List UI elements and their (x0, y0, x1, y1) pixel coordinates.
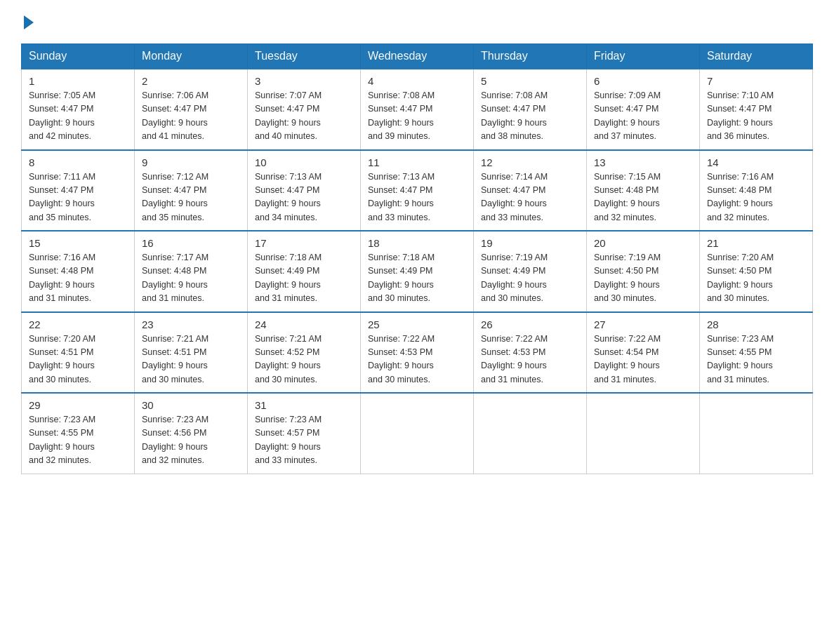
day-info: Sunrise: 7:15 AMSunset: 4:48 PMDaylight:… (594, 170, 692, 225)
day-number: 6 (594, 75, 692, 87)
day-of-week-header: Tuesday (248, 44, 361, 69)
calendar-day-cell: 27Sunrise: 7:22 AMSunset: 4:54 PMDayligh… (587, 312, 700, 394)
day-number: 24 (255, 318, 353, 330)
calendar-day-cell: 31Sunrise: 7:23 AMSunset: 4:57 PMDayligh… (248, 393, 361, 474)
day-info: Sunrise: 7:14 AMSunset: 4:47 PMDaylight:… (481, 170, 579, 225)
logo (21, 14, 35, 29)
day-number: 17 (255, 237, 353, 249)
calendar-day-cell: 24Sunrise: 7:21 AMSunset: 4:52 PMDayligh… (248, 312, 361, 394)
logo-arrow-icon (24, 15, 34, 29)
day-number: 14 (707, 156, 805, 168)
day-info: Sunrise: 7:16 AMSunset: 4:48 PMDaylight:… (707, 170, 805, 225)
calendar-day-cell: 1Sunrise: 7:05 AMSunset: 4:47 PMDaylight… (22, 69, 135, 150)
day-info: Sunrise: 7:18 AMSunset: 4:49 PMDaylight:… (368, 251, 466, 306)
calendar-day-cell: 22Sunrise: 7:20 AMSunset: 4:51 PMDayligh… (22, 312, 135, 394)
day-number: 7 (707, 75, 805, 87)
day-number: 18 (368, 237, 466, 249)
calendar-day-cell (587, 393, 700, 474)
calendar-day-cell: 11Sunrise: 7:13 AMSunset: 4:47 PMDayligh… (361, 150, 474, 232)
day-info: Sunrise: 7:12 AMSunset: 4:47 PMDaylight:… (142, 170, 240, 225)
calendar-table: SundayMondayTuesdayWednesdayThursdayFrid… (21, 43, 813, 474)
calendar-day-cell: 19Sunrise: 7:19 AMSunset: 4:49 PMDayligh… (474, 231, 587, 312)
day-number: 26 (481, 318, 579, 330)
day-info: Sunrise: 7:23 AMSunset: 4:55 PMDaylight:… (707, 333, 805, 387)
calendar-day-cell: 6Sunrise: 7:09 AMSunset: 4:47 PMDaylight… (587, 69, 700, 150)
day-info: Sunrise: 7:11 AMSunset: 4:47 PMDaylight:… (29, 170, 127, 225)
day-info: Sunrise: 7:17 AMSunset: 4:48 PMDaylight:… (142, 251, 240, 306)
calendar-day-cell: 13Sunrise: 7:15 AMSunset: 4:48 PMDayligh… (587, 150, 700, 232)
day-info: Sunrise: 7:19 AMSunset: 4:49 PMDaylight:… (481, 251, 579, 306)
day-number: 16 (142, 237, 240, 249)
day-info: Sunrise: 7:08 AMSunset: 4:47 PMDaylight:… (368, 89, 466, 144)
day-of-week-header: Thursday (474, 44, 587, 69)
day-info: Sunrise: 7:23 AMSunset: 4:55 PMDaylight:… (29, 413, 127, 468)
day-number: 8 (29, 156, 127, 168)
day-number: 13 (594, 156, 692, 168)
day-info: Sunrise: 7:23 AMSunset: 4:56 PMDaylight:… (142, 413, 240, 468)
calendar-day-cell: 15Sunrise: 7:16 AMSunset: 4:48 PMDayligh… (22, 231, 135, 312)
calendar-header-row: SundayMondayTuesdayWednesdayThursdayFrid… (22, 44, 813, 69)
day-number: 3 (255, 75, 353, 87)
calendar-day-cell: 26Sunrise: 7:22 AMSunset: 4:53 PMDayligh… (474, 312, 587, 394)
day-number: 29 (29, 399, 127, 411)
day-info: Sunrise: 7:22 AMSunset: 4:53 PMDaylight:… (368, 333, 466, 387)
day-info: Sunrise: 7:23 AMSunset: 4:57 PMDaylight:… (255, 413, 353, 468)
day-number: 21 (707, 237, 805, 249)
day-info: Sunrise: 7:13 AMSunset: 4:47 PMDaylight:… (255, 170, 353, 225)
calendar-day-cell: 17Sunrise: 7:18 AMSunset: 4:49 PMDayligh… (248, 231, 361, 312)
day-info: Sunrise: 7:20 AMSunset: 4:50 PMDaylight:… (707, 251, 805, 306)
day-info: Sunrise: 7:22 AMSunset: 4:53 PMDaylight:… (481, 333, 579, 387)
calendar-day-cell: 14Sunrise: 7:16 AMSunset: 4:48 PMDayligh… (700, 150, 813, 232)
calendar-day-cell: 29Sunrise: 7:23 AMSunset: 4:55 PMDayligh… (22, 393, 135, 474)
day-number: 31 (255, 399, 353, 411)
day-info: Sunrise: 7:13 AMSunset: 4:47 PMDaylight:… (368, 170, 466, 225)
day-number: 9 (142, 156, 240, 168)
day-of-week-header: Monday (135, 44, 248, 69)
calendar-day-cell (361, 393, 474, 474)
day-number: 19 (481, 237, 579, 249)
day-info: Sunrise: 7:18 AMSunset: 4:49 PMDaylight:… (255, 251, 353, 306)
page-header (21, 14, 813, 29)
calendar-day-cell: 21Sunrise: 7:20 AMSunset: 4:50 PMDayligh… (700, 231, 813, 312)
day-info: Sunrise: 7:21 AMSunset: 4:52 PMDaylight:… (255, 333, 353, 387)
day-of-week-header: Wednesday (361, 44, 474, 69)
calendar-day-cell: 7Sunrise: 7:10 AMSunset: 4:47 PMDaylight… (700, 69, 813, 150)
day-number: 28 (707, 318, 805, 330)
calendar-day-cell: 12Sunrise: 7:14 AMSunset: 4:47 PMDayligh… (474, 150, 587, 232)
day-info: Sunrise: 7:16 AMSunset: 4:48 PMDaylight:… (29, 251, 127, 306)
calendar-day-cell: 28Sunrise: 7:23 AMSunset: 4:55 PMDayligh… (700, 312, 813, 394)
calendar-day-cell: 10Sunrise: 7:13 AMSunset: 4:47 PMDayligh… (248, 150, 361, 232)
calendar-day-cell: 25Sunrise: 7:22 AMSunset: 4:53 PMDayligh… (361, 312, 474, 394)
calendar-day-cell: 4Sunrise: 7:08 AMSunset: 4:47 PMDaylight… (361, 69, 474, 150)
day-number: 1 (29, 75, 127, 87)
day-number: 25 (368, 318, 466, 330)
calendar-week-row: 1Sunrise: 7:05 AMSunset: 4:47 PMDaylight… (22, 69, 813, 150)
calendar-week-row: 8Sunrise: 7:11 AMSunset: 4:47 PMDaylight… (22, 150, 813, 232)
day-info: Sunrise: 7:09 AMSunset: 4:47 PMDaylight:… (594, 89, 692, 144)
day-number: 4 (368, 75, 466, 87)
day-of-week-header: Sunday (22, 44, 135, 69)
calendar-day-cell: 5Sunrise: 7:08 AMSunset: 4:47 PMDaylight… (474, 69, 587, 150)
calendar-week-row: 29Sunrise: 7:23 AMSunset: 4:55 PMDayligh… (22, 393, 813, 474)
day-info: Sunrise: 7:20 AMSunset: 4:51 PMDaylight:… (29, 333, 127, 387)
day-number: 2 (142, 75, 240, 87)
calendar-day-cell: 2Sunrise: 7:06 AMSunset: 4:47 PMDaylight… (135, 69, 248, 150)
day-info: Sunrise: 7:06 AMSunset: 4:47 PMDaylight:… (142, 89, 240, 144)
day-info: Sunrise: 7:07 AMSunset: 4:47 PMDaylight:… (255, 89, 353, 144)
day-info: Sunrise: 7:10 AMSunset: 4:47 PMDaylight:… (707, 89, 805, 144)
calendar-day-cell: 9Sunrise: 7:12 AMSunset: 4:47 PMDaylight… (135, 150, 248, 232)
calendar-day-cell: 20Sunrise: 7:19 AMSunset: 4:50 PMDayligh… (587, 231, 700, 312)
day-info: Sunrise: 7:08 AMSunset: 4:47 PMDaylight:… (481, 89, 579, 144)
day-number: 30 (142, 399, 240, 411)
calendar-day-cell: 8Sunrise: 7:11 AMSunset: 4:47 PMDaylight… (22, 150, 135, 232)
day-number: 5 (481, 75, 579, 87)
calendar-day-cell: 18Sunrise: 7:18 AMSunset: 4:49 PMDayligh… (361, 231, 474, 312)
calendar-day-cell (700, 393, 813, 474)
day-number: 20 (594, 237, 692, 249)
day-number: 22 (29, 318, 127, 330)
day-info: Sunrise: 7:22 AMSunset: 4:54 PMDaylight:… (594, 333, 692, 387)
day-number: 12 (481, 156, 579, 168)
day-number: 23 (142, 318, 240, 330)
calendar-week-row: 22Sunrise: 7:20 AMSunset: 4:51 PMDayligh… (22, 312, 813, 394)
day-of-week-header: Friday (587, 44, 700, 69)
